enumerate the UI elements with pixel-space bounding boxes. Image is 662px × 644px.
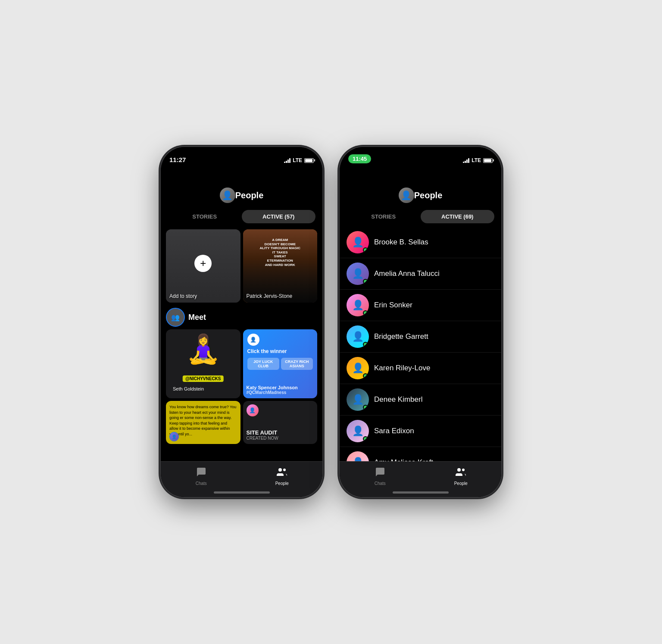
meet-label: Meet <box>188 313 206 322</box>
list-item[interactable]: 👤Brooke B. Sellas <box>340 227 501 258</box>
active-people-list: 👤Brooke B. Sellas👤Amelia Anna Talucci👤Er… <box>340 227 501 461</box>
tab-stories-1[interactable]: STORIES <box>168 210 242 223</box>
online-indicator <box>363 279 368 284</box>
active-avatar: 👤 <box>347 451 369 461</box>
active-avatar: 👤 <box>347 231 369 253</box>
list-item[interactable]: 👤Amy Melissa Kraft <box>340 447 501 461</box>
online-indicator <box>363 310 368 316</box>
tab-active-2[interactable]: ACTIVE (69) <box>421 210 495 223</box>
audit-avatar: 👤 <box>247 404 259 416</box>
chats-label-1: Chats <box>196 481 207 486</box>
page-title-1: People <box>235 191 264 200</box>
status-icons-1: LTE <box>284 157 314 163</box>
tab-stories-2[interactable]: STORIES <box>347 210 421 223</box>
meet-section: 👥 Meet <box>161 305 322 329</box>
audit-card[interactable]: 👤 SITE AUDIT CREATED NOW <box>243 401 318 444</box>
signal-icon-2 <box>463 158 469 163</box>
list-item[interactable]: 👤Bridgette Garrett <box>340 321 501 353</box>
bitmoji-card[interactable]: 🧘‍♀️ @NICHYVNECKS Seth Goldstein <box>166 329 240 398</box>
scroll-container-2[interactable]: 👤 People STORIES ACTIVE (69) 👤Brooke B. … <box>340 166 501 461</box>
person-name: Amelia Anna Talucci <box>374 269 440 278</box>
battery-icon <box>304 158 314 163</box>
story-name: Patrick Jervis-Stone <box>247 293 293 299</box>
add-story-card[interactable]: + Add to story <box>166 229 240 303</box>
people-label-1: People <box>275 481 289 486</box>
poll-question: Click the winner <box>247 348 313 354</box>
online-indicator <box>363 405 368 410</box>
person-name: Karen Riley-Love <box>374 364 430 372</box>
active-avatar: 👤 <box>347 357 369 379</box>
bitmoji-person-name: Seth Goldstein <box>173 386 234 391</box>
time-1: 11:27 <box>169 156 186 163</box>
chat-icon-1 <box>196 467 206 480</box>
add-story-label: Add to story <box>169 293 197 299</box>
audit-subtitle: CREATED NOW <box>247 436 314 441</box>
user-avatar-2[interactable]: 👤 <box>399 188 414 203</box>
poll-avatar: 👤 <box>247 334 259 346</box>
phone-2: 11:45 LTE 👤 People <box>340 147 501 497</box>
home-indicator-2 <box>393 491 449 494</box>
list-item[interactable]: 👤Sara Edixon <box>340 416 501 447</box>
svg-point-1 <box>283 469 286 471</box>
list-item[interactable]: 👤Amelia Anna Talucci <box>340 258 501 290</box>
list-item[interactable]: 👤Denee Kimberl <box>340 384 501 416</box>
person-name: Denee Kimberl <box>374 395 422 404</box>
lte-label-2: LTE <box>472 157 481 163</box>
header-2: 👤 People <box>340 166 501 206</box>
chats-label-2: Chats <box>375 481 386 486</box>
tab-active-1[interactable]: ACTIVE (57) <box>242 210 316 223</box>
notch-1 <box>207 147 276 160</box>
poll-person: Katy Spencer Johnson #QCMarchMadness <box>247 385 314 395</box>
battery-icon-2 <box>483 158 493 163</box>
status-icons-2: LTE <box>463 157 493 163</box>
people-icon-1 <box>276 467 287 480</box>
people-icon-2 <box>455 467 466 480</box>
active-avatar: 👤 <box>347 325 369 348</box>
notch-2 <box>386 147 455 160</box>
scroll-container-1[interactable]: 👤 People STORIES ACTIVE (57) + Add to st… <box>161 166 322 461</box>
audit-title: SITE AUDIT <box>247 429 314 436</box>
text-card-avatar: 👤 <box>169 432 179 441</box>
poll-card[interactable]: 👤 Click the winner JOY LUCK CLUB CRAZY R… <box>243 329 318 398</box>
meet-avatar: 👥 <box>166 308 185 327</box>
svg-point-3 <box>462 469 465 471</box>
lte-label: LTE <box>293 157 302 163</box>
online-indicator <box>363 436 368 441</box>
text-card-content: You know how dreams come true? You liste… <box>169 404 237 437</box>
list-item[interactable]: 👤Karen Riley-Love <box>340 353 501 384</box>
tabs-2: STORIES ACTIVE (69) <box>347 210 494 223</box>
people-label-2: People <box>454 481 468 486</box>
plus-button[interactable]: + <box>194 255 212 272</box>
active-avatar: 👤 <box>347 420 369 442</box>
header-1: 👤 People <box>161 166 322 206</box>
chat-icon-2 <box>375 467 385 480</box>
audit-card-text: SITE AUDIT CREATED NOW <box>247 429 314 441</box>
time-2: 11:45 <box>348 154 371 163</box>
poll-options: JOY LUCK CLUB CRAZY RICH ASIANS <box>247 358 313 370</box>
poll-option-1[interactable]: JOY LUCK CLUB <box>247 358 279 370</box>
user-avatar-1[interactable]: 👤 <box>220 188 235 203</box>
featured-story-card[interactable]: 👤 A DREAMDOESN'T BECOMEALITY THROUGH MAG… <box>243 229 318 303</box>
active-avatar: 👤 <box>347 263 369 285</box>
cards-row-2: You know how dreams come true? You liste… <box>161 401 322 447</box>
poll-hashtag: #QCMarchMadness <box>247 390 314 395</box>
person-name: Erin Sonker <box>374 301 412 309</box>
poll-option-2[interactable]: CRAZY RICH ASIANS <box>281 358 313 370</box>
person-name: Bridgette Garrett <box>374 332 428 341</box>
text-card[interactable]: You know how dreams come true? You liste… <box>166 401 240 444</box>
online-indicator <box>363 373 368 378</box>
person-name: Amy Melissa Kraft <box>374 458 433 461</box>
online-indicator <box>363 247 368 253</box>
signal-icon <box>284 158 290 163</box>
tabs-1: STORIES ACTIVE (57) <box>168 210 315 223</box>
username-tag: @NICHYVNECKS <box>183 375 224 382</box>
svg-point-0 <box>278 468 282 472</box>
active-avatar: 👤 <box>347 388 369 411</box>
phone-1: 11:27 LTE 👤 People <box>161 147 322 497</box>
active-avatar: 👤 <box>347 294 369 316</box>
page-title-2: People <box>414 191 443 200</box>
list-item[interactable]: 👤Erin Sonker <box>340 290 501 321</box>
person-name: Sara Edixon <box>374 427 414 435</box>
cards-row-1: 🧘‍♀️ @NICHYVNECKS Seth Goldstein 👤 Clic <box>161 329 322 401</box>
online-indicator <box>363 342 368 347</box>
